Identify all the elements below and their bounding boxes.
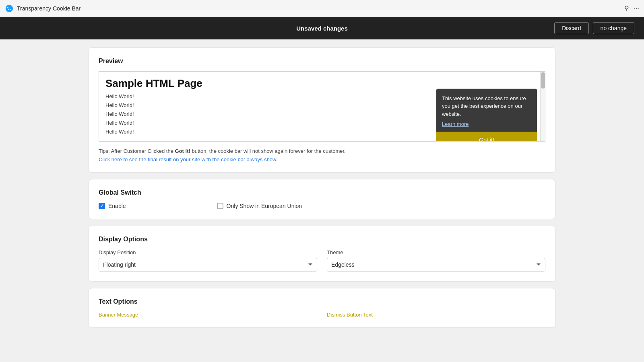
options-row: Display Position Floating right Floating… <box>99 249 545 272</box>
position-select[interactable]: Floating right Floating left Bottom bar … <box>99 258 317 272</box>
svg-point-3 <box>10 9 11 10</box>
global-switch-card: Global Switch Enable Only Show in Europe… <box>89 179 555 219</box>
position-label: Display Position <box>99 249 317 255</box>
tips-text-after: button, the cookie bar will not show aga… <box>192 148 345 154</box>
tips-link[interactable]: Click here to see the final result on yo… <box>99 156 545 162</box>
tips-text-before: Tips: After Customer Clicked the <box>99 148 175 154</box>
unsaved-bar: Unsaved changes Discard no change <box>0 17 644 39</box>
unsaved-bar-actions: Discard no change <box>554 22 634 34</box>
title-bar: Transparency Cookie Bar ⚲ ··· <box>0 0 644 17</box>
checkbox-row: Enable Only Show in European Union <box>99 203 545 209</box>
no-change-button[interactable]: no change <box>593 22 634 34</box>
discard-button[interactable]: Discard <box>554 22 588 34</box>
theme-group: Theme Edgeless Classic Minimal <box>327 249 545 272</box>
tips-got-it: Got it! <box>175 148 190 154</box>
svg-point-1 <box>7 7 8 8</box>
banner-message-group: Banner Message <box>99 312 317 318</box>
eu-label: Only Show in European Union <box>227 203 302 209</box>
cookie-box-message: This website uses cookies to ensure you … <box>436 88 537 121</box>
global-switch-title: Global Switch <box>99 189 545 196</box>
enable-checkbox[interactable] <box>99 203 105 209</box>
cookie-box-got-it[interactable]: Got it! <box>436 132 537 142</box>
title-bar-left: Transparency Cookie Bar <box>5 4 80 13</box>
title-bar-right: ⚲ ··· <box>624 4 639 12</box>
eu-checkbox[interactable] <box>217 203 223 209</box>
preview-iframe: Sample HTML Page Hello World! Hello Worl… <box>99 71 545 142</box>
theme-label: Theme <box>327 249 545 255</box>
display-options-title: Display Options <box>99 236 545 243</box>
preview-scrollbar[interactable] <box>540 72 545 141</box>
dismiss-button-label: Dismiss Button Text <box>327 312 545 318</box>
main-content: Preview Sample HTML Page Hello World! He… <box>0 39 644 336</box>
banner-message-label: Banner Message <box>99 312 317 318</box>
theme-select[interactable]: Edgeless Classic Minimal <box>327 258 545 272</box>
svg-point-4 <box>8 9 9 10</box>
more-icon[interactable]: ··· <box>634 5 639 12</box>
cookie-preview-box: This website uses cookies to ensure you … <box>436 88 537 142</box>
svg-point-2 <box>10 6 10 7</box>
text-options-row: Banner Message Dismiss Button Text <box>99 312 545 318</box>
preview-title: Preview <box>99 58 545 65</box>
unsaved-bar-title: Unsaved changes <box>296 25 348 32</box>
text-options-title: Text Options <box>99 298 545 305</box>
eu-checkbox-item[interactable]: Only Show in European Union <box>217 203 302 209</box>
app-title: Transparency Cookie Bar <box>17 5 80 12</box>
display-options-card: Display Options Display Position Floatin… <box>89 226 555 282</box>
cookie-box-learn-more[interactable]: Learn more <box>436 121 537 132</box>
text-options-card: Text Options Banner Message Dismiss Butt… <box>89 288 555 328</box>
enable-label: Enable <box>108 203 126 209</box>
scrollbar-thumb <box>541 72 545 88</box>
pin-icon[interactable]: ⚲ <box>624 4 629 12</box>
position-group: Display Position Floating right Floating… <box>99 249 317 272</box>
svg-point-0 <box>6 4 13 12</box>
enable-checkbox-item[interactable]: Enable <box>99 203 126 209</box>
tips-text: Tips: After Customer Clicked the Got it!… <box>99 147 545 156</box>
preview-card: Preview Sample HTML Page Hello World! He… <box>89 47 555 173</box>
app-icon <box>5 4 14 13</box>
dismiss-button-group: Dismiss Button Text <box>327 312 545 318</box>
